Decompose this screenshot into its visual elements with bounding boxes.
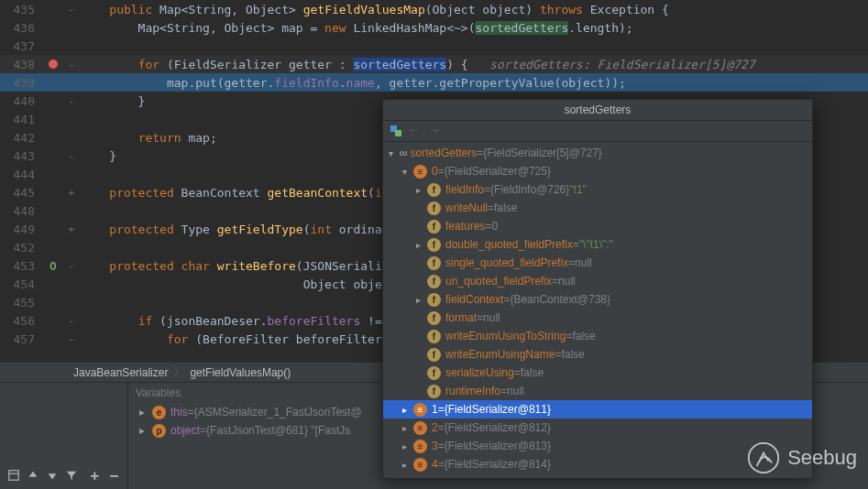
tree-row[interactable]: ffeatures = 0 — [383, 217, 812, 235]
tree-row[interactable]: fsingle_quoted_fieldPrefix = null — [383, 254, 812, 272]
field-badge-icon: ≡ — [413, 440, 427, 453]
field-eq: = — [573, 238, 579, 251]
field-eq: = — [514, 366, 521, 379]
fold-toggle[interactable]: - — [62, 94, 81, 108]
tree-row[interactable]: fun_quoted_fieldPrefix = null — [383, 272, 812, 290]
field-value: null — [558, 275, 576, 288]
tree-row[interactable]: fruntimeInfo = null — [383, 382, 812, 400]
code-text[interactable]: protected Type getFieldType(int ordinal)… — [81, 223, 418, 236]
expand-arrow-icon[interactable]: ▸ — [402, 441, 413, 451]
expand-arrow-icon[interactable]: ▸ — [139, 424, 148, 437]
tree-row[interactable]: ▸ffieldInfo = {FieldInfo@726} "t1" — [383, 180, 812, 199]
expand-arrow-icon[interactable]: ▸ — [402, 405, 413, 415]
tree-row[interactable]: fwriteNull = false — [383, 199, 812, 217]
code-text[interactable]: for (FieldSerializer getter : sortedGett… — [81, 58, 755, 71]
line-number: 441 — [0, 113, 44, 126]
fold-toggle[interactable]: - — [62, 149, 81, 163]
tree-row[interactable]: ▾≡0 = {FieldSerializer@725} — [383, 162, 812, 180]
fold-toggle[interactable]: + — [62, 223, 81, 236]
forward-arrow-icon[interactable]: → — [429, 124, 444, 138]
tree-row[interactable]: ▸ffieldContext = {BeanContext@738} — [383, 290, 812, 309]
field-name: fieldContext — [445, 293, 503, 306]
expand-arrow-icon[interactable]: ▾ — [402, 167, 413, 177]
expand-arrow-icon[interactable]: ▸ — [139, 406, 148, 418]
expand-arrow-icon[interactable]: ▸ — [416, 185, 427, 195]
code-text[interactable]: } — [81, 94, 145, 108]
expand-arrow-icon[interactable]: ▸ — [416, 295, 427, 305]
stack-icon[interactable] — [389, 124, 403, 138]
seebug-logo: Seebug — [747, 441, 857, 474]
fold-toggle[interactable]: - — [62, 332, 81, 346]
field-value: false — [521, 366, 544, 379]
tree-row[interactable]: fserializeUsing = false — [383, 364, 812, 382]
tree-row[interactable]: fwriteEnumUsingToString = false — [383, 327, 812, 345]
field-value: null — [575, 256, 592, 269]
fold-toggle[interactable]: - — [62, 314, 81, 328]
code-text[interactable]: return map; — [81, 131, 217, 145]
svg-rect-3 — [395, 130, 401, 136]
field-badge-icon: f — [427, 275, 441, 288]
field-name: format — [445, 311, 477, 324]
expand-arrow-icon[interactable]: ▸ — [402, 460, 413, 470]
line-number: 456 — [0, 314, 44, 328]
popup-tree[interactable]: ▾∞sortedGetters = {FieldSerializer[5]@72… — [383, 142, 812, 478]
code-line[interactable]: 437 — [0, 37, 868, 55]
var-eq: = — [200, 424, 206, 437]
fold-toggle[interactable]: - — [62, 259, 81, 273]
arrow-up-icon[interactable] — [25, 467, 40, 484]
code-text[interactable]: for (BeforeFilter beforeFilter : js — [81, 332, 418, 346]
line-number: 442 — [0, 131, 44, 145]
breadcrumb-method[interactable]: getFieldValuesMap() — [190, 366, 291, 379]
field-badge-icon: f — [427, 330, 441, 343]
field-value: false — [572, 330, 595, 342]
tree-row[interactable]: fwriteEnumUsingName = false — [383, 345, 812, 364]
tree-row[interactable]: ▸≡2 = {FieldSerializer@812} — [383, 418, 812, 437]
arrow-down-icon[interactable] — [44, 467, 60, 484]
field-value: null — [507, 385, 524, 397]
code-line[interactable]: 439 map.put(getter.fieldInfo.name, gette… — [0, 73, 868, 92]
field-name: sortedGetters — [411, 147, 478, 159]
field-eq: = — [568, 256, 575, 269]
fold-toggle[interactable]: - — [62, 3, 81, 16]
code-text[interactable]: } — [81, 149, 116, 163]
code-text[interactable]: if (jsonBeanDeser.beforeFilters != null) — [81, 314, 425, 328]
expand-arrow-icon[interactable]: ▸ — [402, 423, 413, 433]
tree-row[interactable]: ▸≡1 = {FieldSerializer@811} — [383, 400, 812, 418]
code-text[interactable]: protected char writeBefore(JSONSerialize… — [81, 259, 425, 273]
field-eq: = — [438, 403, 445, 416]
code-text[interactable]: Map<String, Object> map = new LinkedHash… — [81, 21, 633, 35]
code-line[interactable]: 438- for (FieldSerializer getter : sorte… — [0, 55, 868, 73]
field-value: {FieldSerializer@814} — [445, 458, 551, 471]
gutter-icon[interactable] — [44, 58, 62, 71]
fold-toggle[interactable]: - — [62, 58, 81, 71]
code-text[interactable]: map.put(getter.fieldInfo.name, getter.ge… — [81, 76, 626, 90]
line-number: 439 — [0, 76, 44, 90]
code-text[interactable]: public Map<String, Object> getFieldValue… — [81, 3, 669, 16]
expand-arrow-icon[interactable]: ▾ — [389, 148, 400, 158]
code-text[interactable]: protected BeanContext getBeanContext(int… — [81, 186, 418, 200]
fold-toggle[interactable]: + — [62, 186, 81, 200]
field-value: {BeanContext@738} — [510, 293, 610, 306]
breadcrumb-class[interactable]: JavaBeanSerializer — [73, 366, 168, 379]
code-line[interactable]: 436 Map<String, Object> map = new Linked… — [0, 18, 868, 37]
tree-row[interactable]: ▾∞sortedGetters = {FieldSerializer[5]@72… — [383, 144, 812, 162]
field-value: 0 — [491, 220, 498, 233]
code-line[interactable]: 435- public Map<String, Object> getField… — [0, 0, 868, 18]
back-arrow-icon[interactable]: ← — [409, 124, 423, 138]
line-number: 436 — [0, 21, 44, 35]
evaluate-popup[interactable]: sortedGetters ← → ▾∞sortedGetters = {Fie… — [382, 99, 813, 479]
filter-icon[interactable] — [64, 467, 80, 484]
var-value: {ASMSerializer_1_FastJsonTest@ — [194, 406, 362, 418]
restore-layout-icon[interactable] — [5, 467, 21, 484]
field-eq: = — [555, 348, 561, 361]
expand-arrow-icon[interactable]: ▸ — [416, 240, 427, 250]
tree-row[interactable]: ▸fdouble_quoted_fieldPrefix = "\"t1\":" — [383, 235, 812, 254]
tree-row[interactable]: fformat = null — [383, 309, 812, 327]
field-eq: = — [566, 330, 572, 342]
field-badge-icon: f — [427, 183, 441, 197]
line-number: 455 — [0, 296, 44, 310]
gutter-icon[interactable]: O — [44, 259, 62, 273]
line-number: 457 — [0, 332, 44, 346]
plus-icon[interactable]: + — [87, 467, 103, 484]
minus-icon[interactable]: − — [106, 467, 122, 484]
